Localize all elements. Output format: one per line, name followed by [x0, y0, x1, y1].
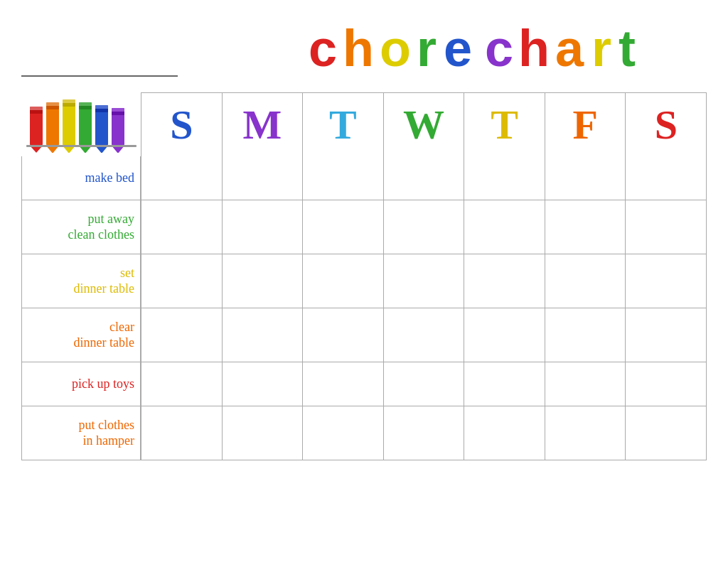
day-header-S-0: S [141, 93, 223, 156]
grid-cell-4-6[interactable] [626, 362, 706, 406]
grid-cell-3-3[interactable] [384, 308, 465, 362]
grid-cell-4-4[interactable] [464, 362, 545, 406]
grid-cell-5-4[interactable] [464, 406, 545, 460]
crayons-illustration [21, 92, 141, 156]
name-line [21, 57, 178, 77]
grid-cell-0-1[interactable] [223, 156, 304, 200]
chore-labels: make bedput awayclean clothessetdinner t… [21, 156, 141, 460]
svg-rect-43 [112, 108, 124, 112]
grid-cell-3-6[interactable] [626, 308, 706, 362]
svg-text:a: a [555, 20, 585, 77]
svg-text:r: r [417, 20, 438, 77]
grid-cell-4-2[interactable] [303, 362, 384, 406]
svg-rect-44 [26, 145, 136, 147]
grid-cell-2-6[interactable] [626, 254, 706, 308]
grid-cell-5-5[interactable] [545, 406, 626, 460]
svg-text:h: h [518, 20, 551, 77]
grid-row-4 [141, 362, 707, 406]
grid-cell-3-1[interactable] [223, 308, 304, 362]
chore-label-5: put clothesin hamper [21, 406, 141, 460]
grid-cell-1-6[interactable] [626, 200, 706, 254]
grid-cell-1-3[interactable] [384, 200, 465, 254]
svg-rect-39 [95, 105, 108, 109]
svg-rect-23 [30, 107, 43, 110]
day-header-S-6: S [626, 93, 706, 156]
grid-row-5 [141, 406, 707, 460]
grid-cell-2-2[interactable] [303, 254, 384, 308]
grid-cell-3-5[interactable] [545, 308, 626, 362]
title-area: c h o r e c h a r t [309, 13, 707, 80]
grid-area: SMTWTFS [141, 92, 707, 460]
grid-row-3 [141, 308, 707, 362]
grid-cell-1-1[interactable] [223, 200, 304, 254]
day-header-T-2: T [303, 93, 384, 156]
grid-row-1 [141, 200, 707, 254]
grid-cell-1-2[interactable] [303, 200, 384, 254]
grid-cell-0-0[interactable] [141, 156, 223, 200]
grid-cell-3-0[interactable] [141, 308, 223, 362]
svg-point-11 [358, 19, 363, 24]
chore-label-1: put awayclean clothes [21, 200, 141, 254]
svg-text:r: r [592, 20, 613, 77]
grid-cell-0-5[interactable] [545, 156, 626, 200]
svg-text:c: c [309, 20, 338, 77]
header: c h o r e c h a r t [21, 13, 707, 82]
grid-cell-4-5[interactable] [545, 362, 626, 406]
chore-label-4: pick up toys [21, 362, 141, 406]
page: c h o r e c h a r t [0, 0, 728, 562]
svg-point-18 [598, 18, 602, 22]
svg-text:t: t [619, 20, 637, 77]
chores-column: make bedput awayclean clothessetdinner t… [21, 92, 141, 460]
grid-cell-0-6[interactable] [626, 156, 706, 200]
grid-cell-0-3[interactable] [384, 156, 465, 200]
grid-cell-1-4[interactable] [464, 200, 545, 254]
grid-cell-4-0[interactable] [141, 362, 223, 406]
svg-text:o: o [380, 20, 412, 77]
svg-text:e: e [444, 20, 473, 77]
grid-cell-1-5[interactable] [545, 200, 626, 254]
svg-rect-27 [46, 102, 59, 106]
grid-cell-0-4[interactable] [464, 156, 545, 200]
grid-cell-5-1[interactable] [223, 406, 304, 460]
svg-point-19 [625, 16, 629, 21]
grid-cell-3-4[interactable] [464, 308, 545, 362]
day-header-W-3: W [384, 93, 465, 156]
grid-rows [141, 156, 707, 460]
grid-cell-5-6[interactable] [626, 406, 706, 460]
day-header-row: SMTWTFS [141, 92, 707, 156]
chore-label-0: make bed [21, 156, 141, 200]
svg-point-13 [420, 18, 424, 22]
svg-point-10 [318, 16, 324, 21]
grid-cell-2-5[interactable] [545, 254, 626, 308]
grid-cell-4-1[interactable] [223, 362, 304, 406]
svg-point-17 [563, 14, 569, 20]
name-line-area [21, 57, 178, 80]
title-svg: c h o r e c h a r t [309, 13, 707, 77]
grid-cell-0-2[interactable] [303, 156, 384, 200]
grid-cell-2-0[interactable] [141, 254, 223, 308]
grid-cell-2-4[interactable] [464, 254, 545, 308]
day-header-T-4: T [464, 93, 545, 156]
grid-cell-2-3[interactable] [384, 254, 465, 308]
chore-label-2: setdinner table [21, 254, 141, 308]
grid-row-0 [141, 156, 707, 200]
chore-label-3: cleardinner table [21, 308, 141, 362]
grid-cell-5-3[interactable] [384, 406, 465, 460]
grid-cell-2-1[interactable] [223, 254, 304, 308]
crayons-svg [26, 92, 136, 153]
svg-point-16 [528, 19, 533, 24]
grid-cell-5-0[interactable] [141, 406, 223, 460]
day-header-F-5: F [545, 93, 626, 156]
svg-rect-35 [79, 102, 92, 106]
grid-cell-5-2[interactable] [303, 406, 384, 460]
grid-cell-1-0[interactable] [141, 200, 223, 254]
svg-point-15 [493, 16, 498, 21]
grid-row-2 [141, 254, 707, 308]
svg-point-14 [448, 16, 454, 21]
grid-cell-3-2[interactable] [303, 308, 384, 362]
grid-cell-4-3[interactable] [384, 362, 465, 406]
svg-rect-31 [63, 99, 75, 103]
svg-text:h: h [343, 20, 375, 77]
day-header-M-1: M [223, 93, 304, 156]
table-container: make bedput awayclean clothessetdinner t… [21, 92, 707, 460]
